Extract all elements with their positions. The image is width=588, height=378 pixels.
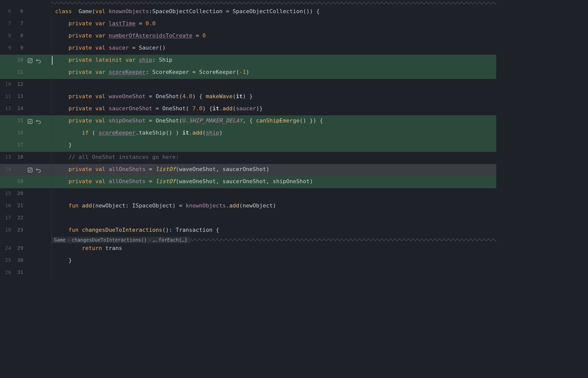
line-number-new: 29 <box>12 243 24 255</box>
code-line[interactable]: 2530 } <box>0 255 496 267</box>
line-number-old: 25 <box>0 255 12 267</box>
code-content[interactable]: private val saucerOneShot = OneShot( 7.0… <box>52 103 496 115</box>
line-number-old <box>0 67 12 79</box>
code-line[interactable]: 2631 <box>0 267 496 279</box>
accept-change-icon[interactable] <box>27 57 33 64</box>
line-number-old: 7 <box>0 18 12 30</box>
code-content[interactable]: fun add(newObject: ISpaceObject) = known… <box>52 200 496 213</box>
code-line[interactable]: 1823 fun changesDueToInteractions(): Tra… <box>0 225 496 237</box>
code-content[interactable]: private var numberOfAsteroidsToCreate = … <box>52 30 496 43</box>
gutter-icons <box>24 103 52 115</box>
code-content[interactable] <box>52 267 496 279</box>
breadcrumb-segment: ….forEach{…} <box>153 238 187 242</box>
code-content[interactable]: private val waveOneShot = OneShot(4.0) {… <box>52 91 496 103</box>
line-number-old: 16 <box>0 200 12 213</box>
line-number-new: 11 <box>12 67 24 79</box>
code-content[interactable]: private val allOneShots = listOf(waveOne… <box>52 176 496 188</box>
code-content[interactable] <box>52 79 496 91</box>
line-number-new: 7 <box>12 18 24 30</box>
code-line[interactable]: 15 private val shipOneShot = OneShot(U.S… <box>0 115 496 128</box>
line-number-old <box>0 140 12 152</box>
line-number-new: 14 <box>12 103 24 115</box>
line-number-new: 16 <box>12 128 24 140</box>
code-content[interactable]: } <box>52 140 496 152</box>
line-number-old <box>0 55 12 67</box>
breadcrumb-separator-icon: › <box>67 238 70 242</box>
code-content[interactable]: private var scoreKeeper: ScoreKeeper = S… <box>52 67 496 79</box>
line-number-new <box>12 164 24 176</box>
code-content[interactable]: private val allOneShots = listOf(waveOne… <box>52 164 496 176</box>
code-content[interactable]: private var lastTime = 0.0 <box>52 18 496 30</box>
code-line[interactable]: 66class Game(val knownObjects:SpaceObjec… <box>0 6 496 18</box>
line-number-new: 9 <box>12 43 24 55</box>
line-number-new: 19 <box>12 176 24 188</box>
code-line[interactable]: 14 private val allOneShots = listOf(wave… <box>0 164 496 176</box>
code-line[interactable]: 2429 return trans <box>0 243 496 255</box>
gutter-icons <box>24 30 52 43</box>
code-line[interactable]: 17 } <box>0 140 496 152</box>
line-number-old: 14 <box>0 164 12 176</box>
gutter-icons <box>24 213 52 225</box>
code-line[interactable]: 1318 // all OneShot instances go here: <box>0 152 496 164</box>
code-content[interactable]: private val shipOneShot = OneShot(U.SHIP… <box>52 115 496 128</box>
code-content[interactable]: private lateinit var ship: Ship <box>52 55 496 67</box>
code-line[interactable]: 1113 private val waveOneShot = OneShot(4… <box>0 91 496 103</box>
breadcrumb-separator-icon: › <box>148 238 151 242</box>
gutter-icons <box>24 152 52 164</box>
line-number-new: 12 <box>12 79 24 91</box>
line-number-new: 17 <box>12 140 24 152</box>
code-line[interactable]: 10 private lateinit var ship: Ship <box>0 55 496 67</box>
line-number-old: 12 <box>0 103 12 115</box>
code-content[interactable]: private val saucer = Saucer() <box>52 43 496 55</box>
code-line[interactable]: 11 private var scoreKeeper: ScoreKeeper … <box>0 67 496 79</box>
line-number-new: 20 <box>12 188 24 200</box>
code-content[interactable]: class Game(val knownObjects:SpaceObjectC… <box>52 6 496 18</box>
fold-separator-mid: Game › changesDueToInteractions() › ….fo… <box>0 237 496 243</box>
breadcrumb[interactable]: Game › changesDueToInteractions() › ….fo… <box>52 237 191 243</box>
revert-change-icon[interactable] <box>35 118 41 125</box>
line-number-old: 13 <box>0 152 12 164</box>
line-number-old <box>0 128 12 140</box>
revert-change-icon[interactable] <box>35 167 41 173</box>
line-number-new: 18 <box>12 152 24 164</box>
code-line[interactable]: 1722 <box>0 213 496 225</box>
revert-change-icon[interactable] <box>35 57 41 64</box>
code-content[interactable] <box>52 213 496 225</box>
gutter-icons <box>24 43 52 55</box>
code-content[interactable]: return trans <box>52 243 496 255</box>
line-number-new: 10 <box>12 55 24 67</box>
gutter-icons <box>24 200 52 213</box>
accept-change-icon[interactable] <box>27 118 33 125</box>
line-number-new: 23 <box>12 225 24 237</box>
line-number-old <box>0 115 12 128</box>
gutter-icons <box>24 255 52 267</box>
code-content[interactable] <box>52 188 496 200</box>
gutter-icons <box>24 188 52 200</box>
accept-change-icon[interactable] <box>27 167 33 173</box>
line-number-old: 9 <box>0 43 12 55</box>
line-number-new: 22 <box>12 213 24 225</box>
gutter-icons <box>24 225 52 237</box>
code-line[interactable]: 19 private val allOneShots = listOf(wave… <box>0 176 496 188</box>
code-content[interactable]: fun changesDueToInteractions(): Transact… <box>52 225 496 237</box>
code-line[interactable]: 16 if ( scoreKeeper.takeShip() ) it.add(… <box>0 128 496 140</box>
code-line[interactable]: 77 private var lastTime = 0.0 <box>0 18 496 30</box>
line-number-new: 21 <box>12 200 24 213</box>
code-line[interactable]: 1520 <box>0 188 496 200</box>
code-line[interactable]: 1214 private val saucerOneShot = OneShot… <box>0 103 496 115</box>
line-number-old: 8 <box>0 30 12 43</box>
line-number-old: 10 <box>0 79 12 91</box>
code-content[interactable]: if ( scoreKeeper.takeShip() ) it.add(shi… <box>52 128 496 140</box>
code-line[interactable]: 1012 <box>0 79 496 91</box>
code-line[interactable]: 99 private val saucer = Saucer() <box>0 43 496 55</box>
code-content[interactable]: // all OneShot instances go here: <box>52 152 496 164</box>
line-number-new: 8 <box>12 30 24 43</box>
gutter-icons <box>24 67 52 79</box>
code-content[interactable]: } <box>52 255 496 267</box>
gutter-icons <box>24 128 52 140</box>
line-number-new: 31 <box>12 267 24 279</box>
line-number-old: 24 <box>0 243 12 255</box>
gutter-icons <box>24 164 52 176</box>
code-line[interactable]: 88 private var numberOfAsteroidsToCreate… <box>0 30 496 43</box>
code-line[interactable]: 1621 fun add(newObject: ISpaceObject) = … <box>0 200 496 213</box>
